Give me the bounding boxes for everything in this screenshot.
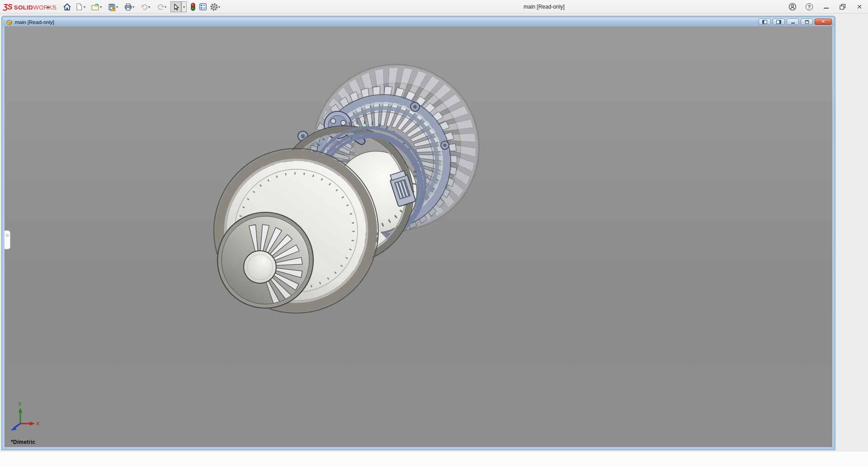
select-tool-button[interactable] [170, 1, 181, 12]
help-icon: ? [806, 3, 813, 10]
select-tool-dropdown[interactable]: ▾ [181, 1, 187, 12]
doc-minimize-icon [791, 23, 795, 24]
account-icon [788, 3, 797, 11]
minimize-icon [824, 8, 829, 9]
menu-flyout-arrow-icon[interactable]: ▸ [47, 0, 50, 14]
restore-icon [839, 3, 846, 10]
view-orientation-label: *Dimetric [11, 439, 36, 445]
home-icon [63, 3, 71, 11]
report-button[interactable] [198, 1, 208, 12]
triad-y-label: Y [18, 401, 22, 407]
doc-close-button[interactable]: ✕ [815, 19, 832, 25]
new-document-dropdown[interactable]: ▾ [82, 1, 87, 12]
design-table-icon [199, 3, 207, 11]
ds-logo-mark: ƷS [3, 3, 12, 12]
assembly-document-icon [6, 19, 13, 25]
open-dropdown[interactable]: ▾ [98, 1, 104, 12]
doc-tile-right-button[interactable] [773, 19, 785, 25]
print-dropdown[interactable]: ▾ [131, 1, 136, 12]
doc-minimize-button[interactable] [787, 19, 799, 25]
triad-x-label: X [36, 421, 40, 426]
account-button[interactable] [788, 3, 797, 11]
app-window-title: main [Read-only] [524, 0, 565, 14]
document-window: main [Read-only] [2, 16, 835, 450]
document-titlebar: main [Read-only] [3, 18, 834, 26]
graphics-viewport[interactable]: Y X *Dimetric [5, 26, 832, 447]
app-minimize-button[interactable] [822, 3, 830, 11]
traffic-light-icon [189, 2, 197, 11]
pane-right-icon [776, 20, 781, 24]
app-restore-button[interactable] [839, 3, 847, 11]
app-bottom-area [0, 452, 868, 467]
doc-tile-left-button[interactable] [759, 19, 771, 25]
select-cursor-icon [172, 3, 180, 11]
selection-toggle-button[interactable] [188, 1, 198, 12]
solidworks-app: ƷSSOLIDWORKS ▸ ▾ ▾ [0, 0, 868, 467]
jet-engine-model: Y X [5, 26, 832, 447]
tab-knob-icon [6, 234, 9, 237]
orientation-triad[interactable]: Y X [10, 401, 40, 431]
save-dropdown[interactable]: ▾ [114, 1, 120, 12]
doc-restore-icon [805, 20, 809, 24]
home-button[interactable] [61, 1, 72, 12]
redo-dropdown[interactable]: ▾ [163, 1, 168, 12]
document-window-controls: ✕ [759, 19, 832, 25]
app-close-button[interactable]: ✕ [855, 3, 863, 11]
main-toolbar: ƷSSOLIDWORKS ▸ ▾ ▾ [0, 0, 868, 14]
help-button[interactable]: ? [805, 3, 813, 11]
feature-tree-collapsed-tab[interactable] [5, 230, 10, 249]
options-dropdown[interactable]: ▾ [217, 1, 222, 12]
pane-left-icon [762, 20, 767, 24]
doc-close-icon: ✕ [821, 19, 825, 24]
doc-restore-button[interactable] [801, 19, 813, 25]
nozzle-hub [244, 251, 276, 283]
app-window-controls: ? ✕ [788, 0, 863, 14]
document-title: main [Read-only] [15, 19, 54, 25]
undo-dropdown[interactable]: ▾ [146, 1, 152, 12]
